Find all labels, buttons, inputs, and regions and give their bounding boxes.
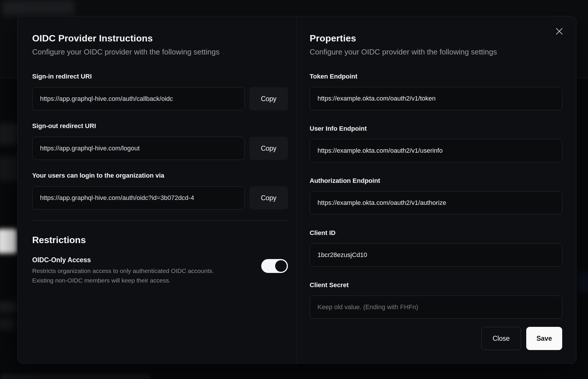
token-endpoint-input[interactable]: [310, 87, 562, 110]
sign-out-redirect-group: Sign-out redirect URI Copy: [32, 122, 288, 160]
section-divider: [32, 221, 288, 221]
sign-in-redirect-input[interactable]: [32, 87, 245, 110]
instructions-title: OIDC Provider Instructions: [32, 32, 288, 44]
copy-sign-in-button[interactable]: Copy: [249, 87, 288, 110]
background-blur-shape: [0, 156, 19, 181]
login-url-label: Your users can login to the organization…: [32, 172, 288, 180]
properties-column: Properties Configure your OIDC provider …: [297, 16, 576, 363]
save-button[interactable]: Save: [526, 327, 562, 350]
background-blur-shape: [0, 123, 18, 145]
authorization-endpoint-label: Authorization Endpoint: [310, 177, 562, 185]
client-id-input[interactable]: [310, 243, 562, 267]
sign-in-redirect-group: Sign-in redirect URI Copy: [32, 72, 288, 110]
sign-out-redirect-row: Copy: [32, 137, 288, 160]
description-line-2: Existing non-OIDC members will keep thei…: [32, 276, 214, 285]
oidc-settings-modal: OIDC Provider Instructions Configure you…: [17, 16, 576, 364]
token-endpoint-group: Token Endpoint: [310, 72, 562, 110]
restrictions-title: Restrictions: [32, 234, 288, 246]
authorization-endpoint-group: Authorization Endpoint: [310, 177, 562, 214]
close-button[interactable]: Close: [481, 327, 521, 350]
client-id-label: Client ID: [310, 229, 562, 237]
user-info-endpoint-input[interactable]: [310, 139, 562, 162]
oidc-only-access-description: Restricts organization access to only au…: [32, 266, 214, 285]
properties-title: Properties: [310, 32, 562, 44]
background-blur-shape: [0, 229, 17, 254]
copy-sign-out-button[interactable]: Copy: [249, 137, 288, 160]
sign-in-redirect-row: Copy: [32, 87, 288, 110]
oidc-only-access-toggle[interactable]: [261, 259, 288, 273]
login-url-row: Copy: [32, 186, 288, 209]
client-secret-input[interactable]: [310, 296, 562, 319]
login-url-input[interactable]: [32, 186, 245, 209]
instructions-column: OIDC Provider Instructions Configure you…: [18, 16, 297, 363]
background-blur-shape: [0, 301, 16, 313]
modal-actions: Close Save: [310, 327, 562, 350]
dismiss-modal-button[interactable]: [553, 25, 566, 38]
oidc-only-access-row: OIDC-Only Access Restricts organization …: [32, 256, 288, 285]
client-secret-label: Client Secret: [310, 281, 562, 289]
properties-subtitle: Configure your OIDC provider with the fo…: [310, 47, 562, 57]
token-endpoint-label: Token Endpoint: [310, 72, 562, 81]
background-blur-shape: [0, 318, 14, 330]
login-url-group: Your users can login to the organization…: [32, 172, 288, 209]
close-icon: [555, 27, 564, 36]
oidc-only-access-label: OIDC-Only Access: [32, 256, 214, 264]
toggle-knob: [275, 260, 287, 272]
instructions-subtitle: Configure your OIDC provider with the fo…: [32, 47, 288, 57]
background-blur-shape: [578, 272, 588, 293]
user-info-endpoint-label: User Info Endpoint: [310, 125, 562, 133]
client-id-group: Client ID: [310, 229, 562, 267]
sign-in-redirect-label: Sign-in redirect URI: [32, 72, 288, 81]
copy-login-url-button[interactable]: Copy: [249, 186, 288, 209]
client-secret-group: Client Secret: [310, 281, 562, 319]
sign-out-redirect-label: Sign-out redirect URI: [32, 122, 288, 130]
oidc-only-access-text: OIDC-Only Access Restricts organization …: [32, 256, 214, 285]
user-info-endpoint-group: User Info Endpoint: [310, 125, 562, 162]
description-line-1: Restricts organization access to only au…: [32, 266, 214, 276]
authorization-endpoint-input[interactable]: [310, 191, 562, 214]
background-blur-shape: [2, 1, 75, 16]
background-blur-shape: [0, 374, 151, 379]
sign-out-redirect-input[interactable]: [32, 137, 245, 160]
